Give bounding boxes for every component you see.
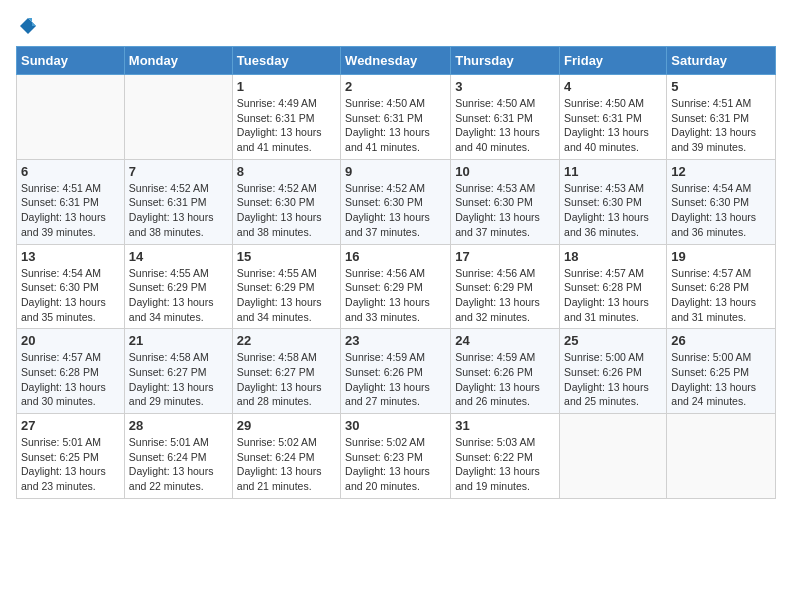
day-info: Sunrise: 4:57 AMSunset: 6:28 PMDaylight:… (564, 266, 662, 325)
day-number: 11 (564, 164, 662, 179)
day-number: 5 (671, 79, 771, 94)
day-number: 22 (237, 333, 336, 348)
day-number: 3 (455, 79, 555, 94)
day-number: 24 (455, 333, 555, 348)
calendar-cell: 10Sunrise: 4:53 AMSunset: 6:30 PMDayligh… (451, 159, 560, 244)
calendar-cell: 31Sunrise: 5:03 AMSunset: 6:22 PMDayligh… (451, 414, 560, 499)
day-number: 13 (21, 249, 120, 264)
calendar-cell: 1Sunrise: 4:49 AMSunset: 6:31 PMDaylight… (232, 75, 340, 160)
day-number: 21 (129, 333, 228, 348)
day-number: 10 (455, 164, 555, 179)
calendar-cell: 17Sunrise: 4:56 AMSunset: 6:29 PMDayligh… (451, 244, 560, 329)
calendar-cell: 7Sunrise: 4:52 AMSunset: 6:31 PMDaylight… (124, 159, 232, 244)
day-number: 17 (455, 249, 555, 264)
day-info: Sunrise: 4:49 AMSunset: 6:31 PMDaylight:… (237, 96, 336, 155)
day-info: Sunrise: 5:02 AMSunset: 6:24 PMDaylight:… (237, 435, 336, 494)
weekday-header-monday: Monday (124, 47, 232, 75)
calendar-cell: 16Sunrise: 4:56 AMSunset: 6:29 PMDayligh… (341, 244, 451, 329)
calendar-cell: 5Sunrise: 4:51 AMSunset: 6:31 PMDaylight… (667, 75, 776, 160)
day-info: Sunrise: 4:56 AMSunset: 6:29 PMDaylight:… (455, 266, 555, 325)
day-info: Sunrise: 4:51 AMSunset: 6:31 PMDaylight:… (21, 181, 120, 240)
day-info: Sunrise: 5:03 AMSunset: 6:22 PMDaylight:… (455, 435, 555, 494)
day-info: Sunrise: 4:53 AMSunset: 6:30 PMDaylight:… (564, 181, 662, 240)
calendar-week-4: 20Sunrise: 4:57 AMSunset: 6:28 PMDayligh… (17, 329, 776, 414)
day-number: 28 (129, 418, 228, 433)
day-info: Sunrise: 4:58 AMSunset: 6:27 PMDaylight:… (129, 350, 228, 409)
day-info: Sunrise: 4:50 AMSunset: 6:31 PMDaylight:… (564, 96, 662, 155)
calendar-cell: 20Sunrise: 4:57 AMSunset: 6:28 PMDayligh… (17, 329, 125, 414)
page-header (16, 16, 776, 36)
calendar-cell: 11Sunrise: 4:53 AMSunset: 6:30 PMDayligh… (560, 159, 667, 244)
calendar-cell: 13Sunrise: 4:54 AMSunset: 6:30 PMDayligh… (17, 244, 125, 329)
day-info: Sunrise: 5:01 AMSunset: 6:24 PMDaylight:… (129, 435, 228, 494)
calendar-cell: 25Sunrise: 5:00 AMSunset: 6:26 PMDayligh… (560, 329, 667, 414)
calendar-cell: 29Sunrise: 5:02 AMSunset: 6:24 PMDayligh… (232, 414, 340, 499)
day-info: Sunrise: 4:52 AMSunset: 6:30 PMDaylight:… (345, 181, 446, 240)
calendar-cell: 26Sunrise: 5:00 AMSunset: 6:25 PMDayligh… (667, 329, 776, 414)
calendar-week-5: 27Sunrise: 5:01 AMSunset: 6:25 PMDayligh… (17, 414, 776, 499)
calendar-cell (667, 414, 776, 499)
day-info: Sunrise: 4:53 AMSunset: 6:30 PMDaylight:… (455, 181, 555, 240)
weekday-header-saturday: Saturday (667, 47, 776, 75)
calendar-cell: 21Sunrise: 4:58 AMSunset: 6:27 PMDayligh… (124, 329, 232, 414)
day-info: Sunrise: 4:59 AMSunset: 6:26 PMDaylight:… (455, 350, 555, 409)
calendar-week-2: 6Sunrise: 4:51 AMSunset: 6:31 PMDaylight… (17, 159, 776, 244)
weekday-header-wednesday: Wednesday (341, 47, 451, 75)
calendar-cell: 14Sunrise: 4:55 AMSunset: 6:29 PMDayligh… (124, 244, 232, 329)
day-number: 14 (129, 249, 228, 264)
calendar-cell: 27Sunrise: 5:01 AMSunset: 6:25 PMDayligh… (17, 414, 125, 499)
day-info: Sunrise: 4:55 AMSunset: 6:29 PMDaylight:… (129, 266, 228, 325)
calendar-week-3: 13Sunrise: 4:54 AMSunset: 6:30 PMDayligh… (17, 244, 776, 329)
calendar-cell: 23Sunrise: 4:59 AMSunset: 6:26 PMDayligh… (341, 329, 451, 414)
day-info: Sunrise: 4:50 AMSunset: 6:31 PMDaylight:… (345, 96, 446, 155)
calendar-cell: 12Sunrise: 4:54 AMSunset: 6:30 PMDayligh… (667, 159, 776, 244)
day-number: 19 (671, 249, 771, 264)
weekday-header-tuesday: Tuesday (232, 47, 340, 75)
day-info: Sunrise: 4:57 AMSunset: 6:28 PMDaylight:… (21, 350, 120, 409)
day-info: Sunrise: 5:00 AMSunset: 6:25 PMDaylight:… (671, 350, 771, 409)
day-number: 26 (671, 333, 771, 348)
day-number: 4 (564, 79, 662, 94)
day-number: 12 (671, 164, 771, 179)
logo-icon (18, 16, 38, 36)
day-number: 25 (564, 333, 662, 348)
day-number: 2 (345, 79, 446, 94)
day-number: 30 (345, 418, 446, 433)
day-number: 18 (564, 249, 662, 264)
day-info: Sunrise: 4:52 AMSunset: 6:31 PMDaylight:… (129, 181, 228, 240)
day-info: Sunrise: 5:00 AMSunset: 6:26 PMDaylight:… (564, 350, 662, 409)
calendar-cell (17, 75, 125, 160)
calendar-cell: 30Sunrise: 5:02 AMSunset: 6:23 PMDayligh… (341, 414, 451, 499)
day-info: Sunrise: 4:54 AMSunset: 6:30 PMDaylight:… (671, 181, 771, 240)
day-number: 23 (345, 333, 446, 348)
day-number: 20 (21, 333, 120, 348)
calendar-cell: 15Sunrise: 4:55 AMSunset: 6:29 PMDayligh… (232, 244, 340, 329)
day-number: 29 (237, 418, 336, 433)
day-info: Sunrise: 4:50 AMSunset: 6:31 PMDaylight:… (455, 96, 555, 155)
day-number: 8 (237, 164, 336, 179)
day-number: 15 (237, 249, 336, 264)
calendar-cell: 28Sunrise: 5:01 AMSunset: 6:24 PMDayligh… (124, 414, 232, 499)
calendar-cell: 4Sunrise: 4:50 AMSunset: 6:31 PMDaylight… (560, 75, 667, 160)
calendar-cell: 18Sunrise: 4:57 AMSunset: 6:28 PMDayligh… (560, 244, 667, 329)
calendar-cell: 19Sunrise: 4:57 AMSunset: 6:28 PMDayligh… (667, 244, 776, 329)
day-info: Sunrise: 4:59 AMSunset: 6:26 PMDaylight:… (345, 350, 446, 409)
day-info: Sunrise: 4:58 AMSunset: 6:27 PMDaylight:… (237, 350, 336, 409)
calendar-cell: 2Sunrise: 4:50 AMSunset: 6:31 PMDaylight… (341, 75, 451, 160)
calendar-week-1: 1Sunrise: 4:49 AMSunset: 6:31 PMDaylight… (17, 75, 776, 160)
calendar-header-row: SundayMondayTuesdayWednesdayThursdayFrid… (17, 47, 776, 75)
day-info: Sunrise: 4:51 AMSunset: 6:31 PMDaylight:… (671, 96, 771, 155)
calendar-cell: 22Sunrise: 4:58 AMSunset: 6:27 PMDayligh… (232, 329, 340, 414)
calendar-cell: 3Sunrise: 4:50 AMSunset: 6:31 PMDaylight… (451, 75, 560, 160)
day-info: Sunrise: 5:01 AMSunset: 6:25 PMDaylight:… (21, 435, 120, 494)
logo (16, 16, 38, 36)
calendar-cell (560, 414, 667, 499)
day-number: 27 (21, 418, 120, 433)
day-info: Sunrise: 4:57 AMSunset: 6:28 PMDaylight:… (671, 266, 771, 325)
day-number: 31 (455, 418, 555, 433)
calendar-cell: 24Sunrise: 4:59 AMSunset: 6:26 PMDayligh… (451, 329, 560, 414)
day-number: 6 (21, 164, 120, 179)
day-number: 9 (345, 164, 446, 179)
calendar-cell (124, 75, 232, 160)
day-number: 1 (237, 79, 336, 94)
